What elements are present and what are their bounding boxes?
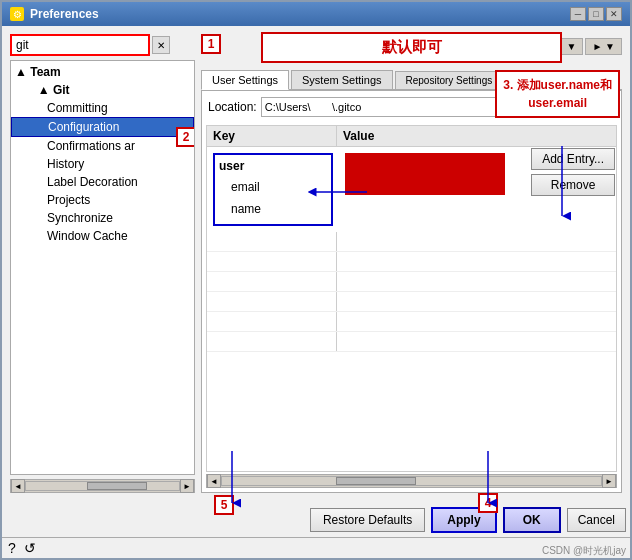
tree-item-synchronize[interactable]: Synchronize xyxy=(11,209,194,227)
empty-row-1 xyxy=(207,232,616,252)
close-button[interactable]: ✕ xyxy=(606,7,622,21)
window-icon: ⚙ xyxy=(10,7,24,21)
help-refresh-button[interactable]: ↺ xyxy=(24,540,36,556)
tree-item-committing[interactable]: Committing xyxy=(11,99,194,117)
tree-container: ▲ Team ▲ Git Committing Configuration 2 … xyxy=(10,60,195,475)
scroll-right-button[interactable]: ► xyxy=(180,479,194,493)
badge-4: 4 xyxy=(478,493,498,513)
cancel-button[interactable]: Cancel xyxy=(567,508,626,532)
badge-5: 5 xyxy=(214,495,234,515)
left-panel: ✕ 1 ▲ Team ▲ Git Committing Configuratio… xyxy=(10,34,195,493)
tree-item-projects[interactable]: Projects xyxy=(11,191,194,209)
badge-1: 1 xyxy=(201,34,221,54)
search-input[interactable] xyxy=(10,34,150,56)
content-scroll-right[interactable]: ► xyxy=(602,474,616,488)
empty-row-2 xyxy=(207,252,616,272)
table-body-area: user email name xyxy=(206,146,617,472)
tab-repository-settings[interactable]: Repository Settings xyxy=(395,71,504,89)
window-title: Preferences xyxy=(30,7,99,21)
location-label: Location: xyxy=(208,100,257,114)
scroll-thumb[interactable] xyxy=(87,482,147,490)
tree-item-configuration[interactable]: Configuration 2 xyxy=(11,117,194,137)
table-header: Key Value xyxy=(206,125,617,146)
help-question-button[interactable]: ? xyxy=(8,540,16,556)
scroll-left-button[interactable]: ◄ xyxy=(11,479,25,493)
annotation-3: 3. 添加user.name和user.email xyxy=(495,70,620,118)
left-panel-hscroll[interactable]: ◄ ► xyxy=(10,479,195,493)
tree-item-confirmations[interactable]: Confirmations ar xyxy=(11,137,194,155)
title-bar: ⚙ Preferences ─ □ ✕ xyxy=(2,2,630,26)
title-bar-left: ⚙ Preferences xyxy=(10,7,99,21)
title-buttons: ─ □ ✕ xyxy=(570,7,622,21)
right-panel-wrapper: 默认即可 ◄ ▼ ► ▼ 3. 添加user.name和user.email U… xyxy=(201,34,622,493)
user-key-label: user xyxy=(219,159,327,173)
bottom-row: 4 Restore Defaults Apply 5 OK Cancel xyxy=(2,501,630,537)
content-area: Location: Key Value user emai xyxy=(201,90,622,493)
remove-button[interactable]: Remove xyxy=(531,174,615,196)
content-scroll-track xyxy=(221,476,602,486)
minimize-button[interactable]: ─ xyxy=(570,7,586,21)
tree-item-label-decoration[interactable]: Label Decoration xyxy=(11,173,194,191)
empty-row-4 xyxy=(207,292,616,312)
tab-system-settings[interactable]: System Settings xyxy=(291,70,392,89)
content-hscroll[interactable]: ◄ ► xyxy=(206,474,617,488)
tree-item-window-cache[interactable]: Window Cache xyxy=(11,227,194,245)
nav-forward-button[interactable]: ► ▼ xyxy=(585,38,622,55)
tree-item-git[interactable]: ▲ Git xyxy=(11,81,194,99)
badge-2: 2 xyxy=(176,127,195,147)
maximize-button[interactable]: □ xyxy=(588,7,604,21)
ok-button[interactable]: OK xyxy=(503,507,561,533)
table-buttons: Add Entry... Remove xyxy=(531,148,615,196)
empty-row-6 xyxy=(207,332,616,352)
window-body: ✕ 1 ▲ Team ▲ Git Committing Configuratio… xyxy=(2,26,630,501)
scroll-track xyxy=(25,481,180,491)
add-entry-button[interactable]: Add Entry... xyxy=(531,148,615,170)
watermark: CSDN @时光机jay xyxy=(542,544,626,558)
column-header-value: Value xyxy=(337,126,616,146)
preferences-window: ⚙ Preferences ─ □ ✕ ✕ 1 ▲ Team ▲ Git Com… xyxy=(0,0,632,560)
annotation-banner: 默认即可 xyxy=(261,32,562,63)
tree-item-team[interactable]: ▲ Team xyxy=(11,63,194,81)
empty-row-5 xyxy=(207,312,616,332)
empty-row-3 xyxy=(207,272,616,292)
column-header-key: Key xyxy=(207,126,337,146)
bottom-help: ? ↺ CSDN @时光机jay xyxy=(2,537,630,558)
search-container: ✕ 1 xyxy=(10,34,195,56)
arrow-to-user xyxy=(307,177,377,207)
tab-user-settings[interactable]: User Settings xyxy=(201,70,289,90)
restore-defaults-button[interactable]: Restore Defaults xyxy=(310,508,425,532)
content-scroll-left[interactable]: ◄ xyxy=(207,474,221,488)
tree-item-history[interactable]: History xyxy=(11,155,194,173)
search-clear-button[interactable]: ✕ xyxy=(152,36,170,54)
content-scroll-thumb[interactable] xyxy=(336,477,416,485)
